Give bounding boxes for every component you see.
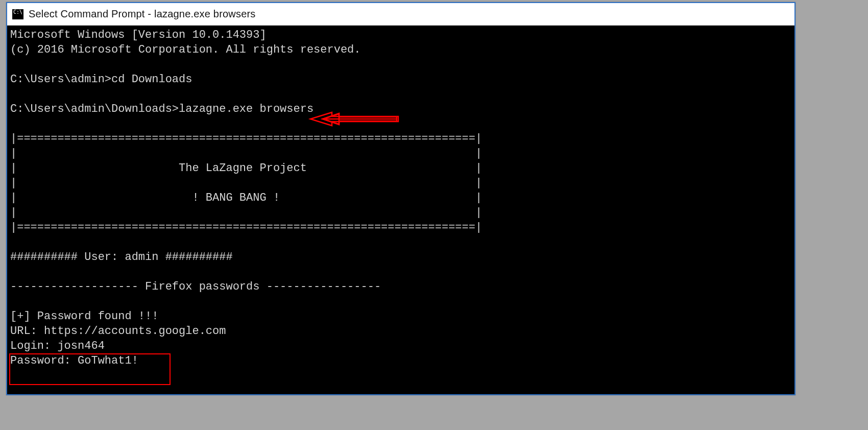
line-login: Login: josn464 (10, 340, 105, 352)
line-url: URL: https://accounts.google.com (10, 325, 226, 338)
titlebar[interactable]: Select Command Prompt - lazagne.exe brow… (7, 3, 794, 26)
line-user-header: ########## User: admin ########## (10, 251, 233, 264)
line-banner-pad: | | (10, 147, 482, 160)
line-banner-pad: | | (10, 177, 482, 189)
line-banner-bang: | ! BANG BANG ! | (10, 192, 482, 204)
terminal-output[interactable]: Microsoft Windows [Version 10.0.14393] (… (7, 26, 794, 394)
command-prompt-window: Select Command Prompt - lazagne.exe brow… (6, 2, 795, 395)
line-found: [+] Password found !!! (10, 310, 158, 323)
line-password: Password: GoTwhat1! (10, 354, 138, 367)
line-banner-bot: |=======================================… (10, 221, 482, 234)
line-os-version: Microsoft Windows [Version 10.0.14393] (10, 29, 267, 41)
line-copyright: (c) 2016 Microsoft Corporation. All righ… (10, 43, 361, 56)
line-section: ------------------- Firefox passwords --… (10, 280, 381, 293)
line-prompt-lazagne: C:\Users\admin\Downloads>lazagne.exe bro… (10, 103, 314, 115)
cmd-icon (12, 9, 23, 19)
line-banner-pad: | | (10, 206, 482, 219)
window-title: Select Command Prompt - lazagne.exe brow… (29, 8, 256, 20)
line-banner-title: | The LaZagne Project | (10, 162, 482, 175)
line-prompt-cd: C:\Users\admin>cd Downloads (10, 73, 192, 86)
line-banner-top: |=======================================… (10, 132, 482, 145)
